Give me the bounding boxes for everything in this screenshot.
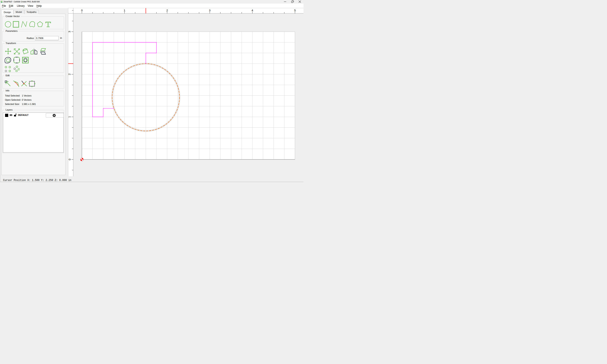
svg-text:1: 1 bbox=[68, 116, 71, 118]
svg-text:0: 0 bbox=[68, 159, 71, 160]
svg-text:0: 0 bbox=[81, 9, 83, 12]
svg-text:5: 5 bbox=[294, 9, 296, 12]
svg-text:3: 3 bbox=[68, 31, 71, 32]
svg-text:3: 3 bbox=[209, 9, 211, 12]
svg-text:2: 2 bbox=[68, 73, 71, 75]
svg-text:T: T bbox=[45, 21, 51, 28]
svg-text:4: 4 bbox=[252, 9, 253, 12]
svg-text:1: 1 bbox=[124, 9, 125, 12]
svg-text:2: 2 bbox=[166, 9, 168, 12]
